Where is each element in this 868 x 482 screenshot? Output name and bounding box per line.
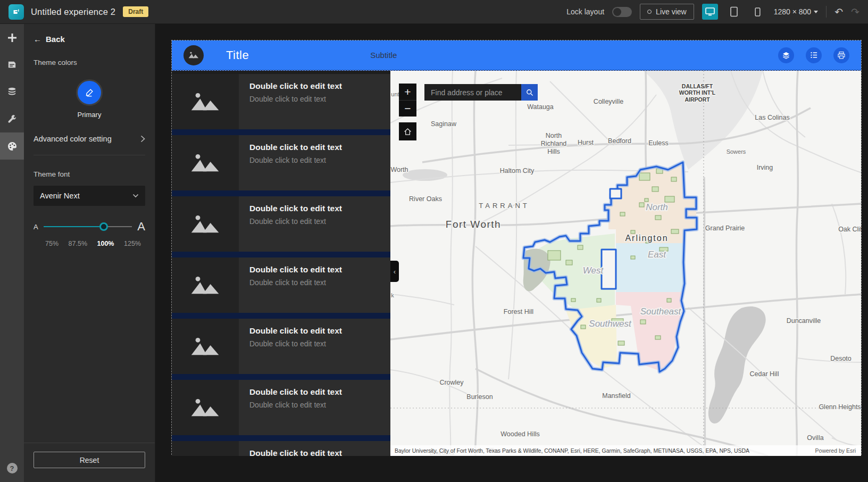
list-item[interactable]: Double click to edit textDouble click to…	[172, 441, 390, 456]
image-placeholder-icon	[190, 153, 220, 173]
advanced-color-label: Advanced color setting	[34, 135, 112, 143]
header-widget[interactable]: Title Subtitle	[172, 40, 861, 70]
palette-icon	[7, 141, 18, 152]
rail-item-insert[interactable]	[0, 24, 24, 51]
map-attribution: Baylor University, City of Fort Worth, T…	[390, 445, 861, 456]
list-item[interactable]: Double click to edit textDouble click to…	[172, 257, 390, 313]
back-label: Back	[46, 35, 65, 44]
undo-button[interactable]: ↶	[834, 7, 843, 17]
card-subtitle[interactable]: Double click to edit text	[249, 156, 342, 164]
card-title[interactable]: Double click to edit text	[249, 143, 342, 152]
list-item[interactable]: Double click to edit textDouble click to…	[172, 380, 390, 435]
image-placeholder-icon	[190, 92, 220, 112]
map-label: NorthRichlandHills	[541, 132, 567, 155]
desktop-icon	[705, 7, 715, 16]
phone-view-button[interactable]	[750, 4, 766, 20]
basemap: untWorthkSaginawWataugaColleyvilleNorthR…	[390, 71, 861, 456]
size-option-125[interactable]: 125%	[124, 240, 141, 247]
layers-button[interactable]	[778, 47, 794, 63]
map-widget[interactable]: untWorthkSaginawWataugaColleyvilleNorthR…	[390, 71, 861, 456]
zoom-control: + −	[399, 84, 416, 117]
size-option-87[interactable]: 87.5%	[69, 240, 87, 247]
map-label: Forest Hill	[504, 308, 533, 315]
theme-font-dropdown[interactable]: Avenir Next	[34, 186, 145, 206]
lock-layout-toggle[interactable]	[612, 7, 632, 17]
rail-item-data[interactable]	[0, 78, 24, 105]
card-title[interactable]: Double click to edit text	[249, 81, 342, 91]
tablet-view-button[interactable]	[726, 4, 742, 20]
list-item[interactable]: Double click to edit textDouble click to…	[172, 135, 390, 190]
map-label: Mansfield	[602, 392, 631, 400]
rail-item-tools[interactable]	[0, 105, 24, 132]
map-label: Crowley	[439, 379, 464, 386]
zoom-out-button[interactable]: −	[399, 100, 416, 117]
primary-color-swatch[interactable]	[76, 79, 103, 106]
attribution-text: Baylor University, City of Fort Worth, T…	[395, 447, 749, 454]
font-size-slider[interactable]	[44, 222, 132, 231]
size-option-100[interactable]: 100%	[97, 240, 114, 247]
image-placeholder-icon	[190, 214, 220, 235]
list-item[interactable]: Double click to edit textDouble click to…	[172, 196, 390, 252]
legend-button[interactable]	[806, 47, 822, 63]
chevron-down-icon	[132, 194, 139, 198]
card-title[interactable]: Double click to edit text	[249, 448, 342, 456]
district-southwest	[566, 305, 617, 369]
search-button[interactable]	[521, 84, 538, 101]
card-separator	[172, 313, 390, 319]
card-title[interactable]: Double click to edit text	[249, 387, 342, 397]
map-label: Hurst	[578, 139, 594, 146]
rail-item-help[interactable]: ?	[0, 459, 24, 478]
header-subtitle[interactable]: Subtitle	[370, 51, 397, 60]
theme-colors-label: Theme colors	[34, 59, 145, 67]
page-icon	[7, 60, 17, 70]
toolbar-divider	[826, 6, 827, 18]
header-logo-placeholder[interactable]	[183, 45, 204, 65]
image-placeholder[interactable]	[172, 441, 239, 456]
map-label: k	[391, 292, 394, 298]
home-icon	[403, 127, 412, 136]
card-subtitle[interactable]: Double click to edit text	[249, 95, 342, 103]
image-placeholder-icon	[190, 397, 220, 418]
chevron-down-icon	[814, 11, 818, 13]
search-input[interactable]	[424, 84, 521, 101]
card-title[interactable]: Double click to edit text	[249, 265, 342, 275]
header-title[interactable]: Title	[226, 48, 249, 62]
card-subtitle[interactable]: Double click to edit text	[249, 401, 342, 409]
list-item[interactable]: Double click to edit textDouble click to…	[172, 319, 390, 374]
map-label: Glenn Heights	[819, 403, 861, 411]
card-title[interactable]: Double click to edit text	[249, 326, 342, 336]
image-placeholder[interactable]	[172, 135, 239, 190]
card-subtitle[interactable]: Double click to edit text	[249, 217, 342, 226]
size-option-75[interactable]: 75%	[45, 240, 59, 247]
advanced-color-setting[interactable]: Advanced color setting	[34, 135, 145, 155]
list-item[interactable]: Double click to edit textDouble click to…	[172, 74, 390, 129]
desktop-view-button[interactable]	[702, 4, 718, 20]
rail-item-pages[interactable]	[0, 51, 24, 78]
image-placeholder[interactable]	[172, 196, 239, 252]
print-button[interactable]	[833, 47, 849, 63]
live-view-button[interactable]: Live view	[640, 4, 694, 20]
redo-button[interactable]: ↷	[851, 7, 859, 17]
map-label: Southeast	[640, 306, 682, 317]
card-separator	[172, 252, 390, 257]
rail-item-theme[interactable]	[0, 132, 24, 160]
card-list-widget[interactable]: Double click to edit textDouble click to…	[172, 71, 390, 456]
zoom-in-button[interactable]: +	[399, 84, 416, 100]
card-subtitle[interactable]: Double click to edit text	[249, 278, 342, 287]
image-placeholder[interactable]	[172, 380, 239, 435]
experience-canvas[interactable]: Title Subtitle Double click to edit text…	[171, 40, 862, 455]
back-button[interactable]: ← Back	[34, 35, 145, 44]
home-button[interactable]	[399, 122, 416, 140]
reset-button[interactable]: Reset	[34, 452, 145, 468]
image-placeholder[interactable]	[172, 319, 239, 374]
card-title[interactable]: Double click to edit text	[249, 204, 342, 213]
panel-collapse-handle[interactable]: ‹	[390, 261, 399, 282]
slider-handle[interactable]	[99, 222, 108, 231]
canvas-size-dropdown[interactable]: 1280 × 800	[774, 7, 818, 16]
back-arrow-icon: ←	[34, 35, 41, 44]
card-subtitle[interactable]: Double click to edit text	[249, 339, 342, 348]
image-placeholder[interactable]	[172, 257, 239, 313]
phone-icon	[755, 7, 761, 16]
image-placeholder[interactable]	[172, 74, 239, 129]
boundary-hole	[610, 189, 621, 198]
